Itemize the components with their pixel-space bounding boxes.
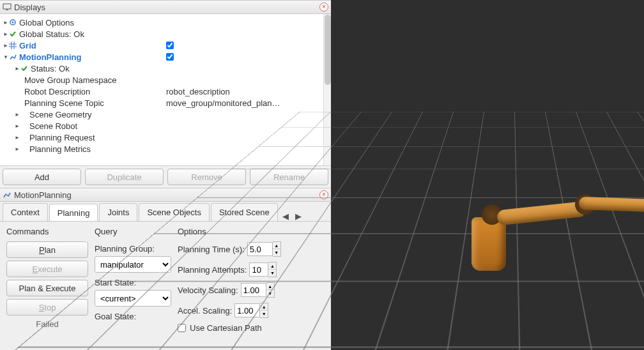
plan-button[interactable]: Plan (6, 241, 88, 258)
expand-icon[interactable] (14, 134, 20, 141)
expand-icon[interactable] (14, 146, 20, 152)
add-button[interactable]: Add (3, 169, 81, 185)
expand-icon[interactable] (14, 65, 20, 72)
svg-point-3 (12, 22, 14, 24)
svg-rect-0 (3, 4, 11, 9)
tree-item-robot-description[interactable]: Robot Description robot_description (0, 86, 331, 97)
grid-enable-checkbox[interactable] (166, 42, 174, 49)
commands-heading: Commands (6, 227, 88, 236)
panel-monitor-icon (3, 3, 12, 11)
tree-label: Scene Geometry (29, 110, 92, 119)
tree-label: MotionPlanning (19, 52, 81, 62)
tree-item-status[interactable]: Status: Ok (0, 63, 331, 74)
tree-label: Status: Ok (31, 64, 70, 73)
collapse-icon[interactable] (3, 54, 9, 60)
execute-button[interactable]: Execute (6, 261, 88, 277)
scroll-thumb[interactable] (325, 15, 331, 85)
check-ok-icon (9, 30, 17, 38)
check-ok-icon (20, 65, 28, 72)
motionplanning-enable-checkbox[interactable] (166, 53, 174, 61)
gear-icon (9, 19, 17, 26)
expand-icon[interactable] (14, 111, 20, 118)
tree-label: Robot Description (24, 87, 90, 96)
expand-icon[interactable] (14, 123, 20, 129)
tree-value: move_group/monitored_plan… (166, 98, 280, 108)
svg-rect-1 (6, 10, 8, 10)
tree-label: Global Options (19, 18, 74, 27)
tree-label: Global Status: Ok (19, 29, 84, 39)
tree-label: Scene Robot (29, 121, 77, 131)
motionplanning-icon (9, 53, 17, 61)
tab-planning[interactable]: Planning (49, 204, 98, 221)
tree-label: Grid (19, 41, 36, 50)
displays-title: Displays (14, 3, 319, 12)
tree-item-move-group-ns[interactable]: Move Group Namespace (0, 74, 331, 86)
3d-viewport[interactable] (331, 0, 644, 350)
tab-context[interactable]: Context (3, 203, 48, 221)
tree-label: Planning Metrics (29, 144, 91, 154)
expand-icon[interactable] (3, 42, 9, 49)
motionplanning-icon (3, 191, 12, 199)
duplicate-button[interactable]: Duplicate (85, 169, 164, 185)
displays-panel-header: Displays × (0, 0, 331, 14)
tree-item-scene-geometry[interactable]: Scene Geometry (0, 109, 331, 120)
tree-item-motionplanning[interactable]: MotionPlanning (0, 51, 331, 63)
tree-item-grid[interactable]: Grid (0, 40, 331, 51)
expand-icon[interactable] (3, 19, 9, 26)
plan-and-execute-button[interactable]: Plan & Execute (6, 280, 88, 296)
tree-label: Planning Scene Topic (24, 98, 104, 108)
tree-item-planning-scene-topic[interactable]: Planning Scene Topic move_group/monitore… (0, 97, 331, 109)
tree-value: robot_description (166, 87, 230, 96)
tab-joints[interactable]: Joints (99, 203, 137, 221)
displays-close-button[interactable]: × (319, 3, 328, 11)
tree-label: Move Group Namespace (24, 75, 117, 85)
tree-label: Planning Request (29, 133, 95, 142)
expand-icon[interactable] (3, 31, 9, 37)
tree-item-global-status[interactable]: Global Status: Ok (0, 28, 331, 40)
grid-icon (9, 42, 17, 49)
tree-item-global-options[interactable]: Global Options (0, 17, 331, 28)
